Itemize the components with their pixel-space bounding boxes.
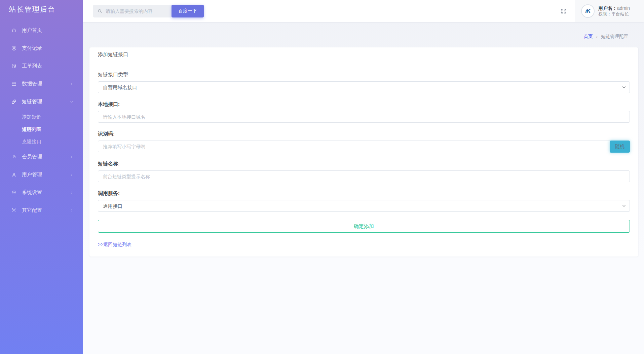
user-info: 用户名：admin 权限：平台站长 xyxy=(598,5,630,17)
shortlink-name-input[interactable] xyxy=(98,170,630,182)
panel-title: 添加短链接口 xyxy=(89,47,638,62)
sidebar-item-label: 短链管理 xyxy=(22,99,42,105)
sidebar-item-other-config[interactable]: 其它配置 xyxy=(0,201,83,219)
user-name-label: 用户名： xyxy=(598,5,617,11)
user-role-label: 权限： xyxy=(598,11,611,16)
chevron-right-icon xyxy=(70,82,74,86)
gear-icon xyxy=(11,190,17,195)
service-select[interactable]: 通用接口 xyxy=(98,200,630,212)
field-label-service: 调用服务: xyxy=(98,190,630,197)
api-type-select-wrap: 自营用域名接口 xyxy=(98,81,630,93)
confirm-add-button[interactable]: 确定添加 xyxy=(98,220,630,233)
back-to-list-link[interactable]: >>返回短链列表 xyxy=(98,242,131,248)
sidebar-subitem-label: 短链列表 xyxy=(22,126,41,132)
sidebar-subitem-label: 克隆接口 xyxy=(22,139,41,145)
sidebar: 站长管理后台 用户首页 支付记录 工单列表 数据管理 短链管理 xyxy=(0,0,83,354)
content-area: 首页›短链管理配置 添加短链接口 短链接口类型: 自营用域名接口 本地接口: 识… xyxy=(83,22,644,257)
breadcrumb: 首页›短链管理配置 xyxy=(89,34,638,40)
avatar: iK xyxy=(581,4,595,18)
field-label-shortlink-name: 短链名称: xyxy=(98,161,630,167)
user-name-value: admin xyxy=(617,5,630,11)
breadcrumb-separator: › xyxy=(596,34,598,39)
local-api-input[interactable] xyxy=(98,111,630,123)
search-input[interactable] xyxy=(106,8,168,14)
sidebar-item-label: 系统设置 xyxy=(22,189,42,196)
user-role-value: 平台站长 xyxy=(611,11,629,16)
chevron-right-icon xyxy=(70,208,74,212)
sidebar-item-label: 其它配置 xyxy=(22,207,42,213)
api-type-select[interactable]: 自营用域名接口 xyxy=(98,81,630,93)
breadcrumb-home-link[interactable]: 首页 xyxy=(584,34,593,39)
link-icon xyxy=(11,99,17,105)
sidebar-subitem-label: 添加短链 xyxy=(22,114,41,120)
sidebar-item-user-management[interactable]: 用户管理 xyxy=(0,166,83,184)
chevron-right-icon xyxy=(70,191,74,195)
identify-code-row: 随机 xyxy=(98,141,630,153)
sidebar-item-system-settings[interactable]: 系统设置 xyxy=(0,184,83,201)
add-shortlink-panel: 添加短链接口 短链接口类型: 自营用域名接口 本地接口: 识别码: 随机 xyxy=(89,47,638,257)
service-select-wrap: 通用接口 xyxy=(98,200,630,212)
flame-icon xyxy=(11,154,17,160)
work-order-icon xyxy=(11,63,17,69)
search-button[interactable]: 百度一下 xyxy=(172,5,204,17)
sidebar-item-label: 支付记录 xyxy=(22,45,42,51)
app-root: 站长管理后台 用户首页 支付记录 工单列表 数据管理 短链管理 xyxy=(0,0,644,354)
sidebar-nav: 用户首页 支付记录 工单列表 数据管理 短链管理 添加短链 xyxy=(0,22,83,219)
sidebar-item-user-home[interactable]: 用户首页 xyxy=(0,22,83,39)
tools-icon xyxy=(11,207,17,213)
sidebar-subitem-shortlink-list[interactable]: 短链列表 xyxy=(0,123,83,135)
search-input-wrap xyxy=(93,5,172,17)
sidebar-item-member-management[interactable]: 会员管理 xyxy=(0,148,83,166)
user-role-row: 权限：平台站长 xyxy=(598,11,630,17)
sidebar-item-label: 数据管理 xyxy=(22,81,42,87)
sidebar-subitem-clone-api[interactable]: 克隆接口 xyxy=(0,135,83,148)
field-label-identify-code: 识别码: xyxy=(98,131,630,137)
field-label-local-api: 本地接口: xyxy=(98,101,630,108)
user-menu[interactable]: iK 用户名：admin 权限：平台站长 xyxy=(575,0,644,22)
sidebar-item-label: 工单列表 xyxy=(22,63,42,69)
random-code-button[interactable]: 随机 xyxy=(610,141,630,153)
chevron-down-icon xyxy=(70,100,74,104)
home-icon xyxy=(11,28,17,33)
sidebar-item-work-orders[interactable]: 工单列表 xyxy=(0,57,83,75)
add-shortlink-form: 短链接口类型: 自营用域名接口 本地接口: 识别码: 随机 短链名称 xyxy=(89,62,638,257)
sidebar-item-payment-records[interactable]: 支付记录 xyxy=(0,39,83,57)
yen-circle-icon xyxy=(11,45,17,51)
topbar: 百度一下 iK 用户名：admin 权限：平台站长 xyxy=(83,0,644,22)
chevron-right-icon xyxy=(70,155,74,159)
sidebar-item-label: 会员管理 xyxy=(22,154,42,160)
sidebar-item-label: 用户管理 xyxy=(22,171,42,178)
sidebar-item-data-management[interactable]: 数据管理 xyxy=(0,75,83,93)
field-label-api-type: 短链接口类型: xyxy=(98,72,630,78)
breadcrumb-current: 短链管理配置 xyxy=(601,34,628,39)
sidebar-item-label: 用户首页 xyxy=(22,27,42,34)
sidebar-subitem-add-shortlink[interactable]: 添加短链 xyxy=(0,111,83,123)
user-icon xyxy=(11,172,17,178)
chevron-right-icon xyxy=(70,173,74,177)
data-panel-icon xyxy=(11,81,17,87)
search-bar: 百度一下 xyxy=(93,5,204,17)
search-icon xyxy=(97,8,103,14)
fullscreen-icon[interactable] xyxy=(560,8,567,14)
app-title: 站长管理后台 xyxy=(0,0,83,22)
main-area: 百度一下 iK 用户名：admin 权限：平台站长 首页›短链管理配置 xyxy=(83,0,644,354)
identify-code-input[interactable] xyxy=(98,141,610,152)
sidebar-item-shortlink-management[interactable]: 短链管理 xyxy=(0,93,83,111)
user-name-row: 用户名：admin xyxy=(598,5,630,11)
